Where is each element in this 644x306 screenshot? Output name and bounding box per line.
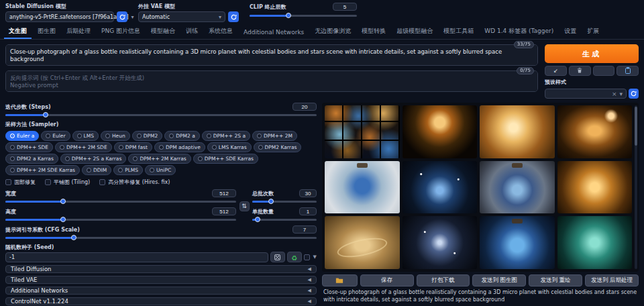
restore-faces-checkbox[interactable]: 面部修复 — [5, 178, 36, 186]
tab-system-info[interactable]: 系统信息 — [204, 24, 237, 39]
sampler-option[interactable]: DPM2 a Karras — [5, 154, 58, 164]
sampler-option[interactable]: DPM++ 2M — [252, 131, 297, 141]
batch-size-slider[interactable] — [252, 216, 317, 223]
reuse-seed-button[interactable]: ♻ — [287, 252, 302, 262]
tab-img2img[interactable]: 图生图 — [33, 24, 60, 39]
tab-extras[interactable]: 后期处理 — [62, 24, 95, 39]
steps-value[interactable] — [292, 103, 317, 111]
tab-checkpoint-merger[interactable]: 模型融合 — [146, 24, 180, 39]
tab-png-info[interactable]: PNG 图片信息 — [97, 24, 145, 39]
gallery-image[interactable] — [480, 161, 555, 214]
steps-slider[interactable] — [5, 111, 317, 118]
tab-train[interactable]: 训练 — [181, 24, 203, 39]
gallery-image[interactable] — [480, 216, 555, 269]
tab-image-browser[interactable]: 无边图像浏览 — [310, 24, 356, 39]
sampler-option[interactable]: DPM++ 2S a Karras — [60, 154, 127, 164]
model-select[interactable]: anything-v5-PrtRE.safetensors [7f96a1a9c… — [5, 11, 114, 22]
gallery-image[interactable] — [325, 161, 400, 214]
send-to-img2img-button[interactable]: 发送到 图生图 — [472, 274, 526, 287]
tab-settings[interactable]: 设置 — [559, 24, 581, 39]
gallery-image[interactable] — [557, 161, 633, 214]
scrollbar-thumb[interactable] — [635, 107, 637, 146]
gallery-image[interactable] — [402, 105, 478, 158]
paste-params-button[interactable]: ↙ — [545, 66, 567, 76]
generate-button[interactable]: 生成 — [545, 44, 639, 63]
batch-size-value[interactable] — [299, 207, 317, 215]
cfg-slider[interactable] — [5, 234, 317, 241]
cfg-value[interactable] — [292, 225, 317, 234]
gallery-image[interactable] — [325, 105, 400, 158]
accordion-tiled-diffusion[interactable]: Tiled Diffusion ◀ — [5, 265, 317, 273]
styles-select[interactable]: × ▾ — [545, 89, 627, 99]
tab-txt2img[interactable]: 文生图 — [4, 24, 32, 39]
accordion-controlnet[interactable]: ControlNet v1.1.224 ◀ — [5, 297, 317, 305]
clear-styles-icon[interactable]: × — [612, 91, 617, 97]
seed-input[interactable] — [5, 252, 268, 262]
sampler-option[interactable]: PLMS — [113, 165, 143, 175]
sampler-option[interactable]: DPM++ 2M SDE — [55, 142, 112, 152]
height-slider[interactable] — [5, 216, 236, 223]
vae-refresh-button[interactable] — [228, 11, 239, 22]
apply-style-button[interactable] — [616, 66, 639, 76]
slider-thumb[interactable] — [60, 217, 66, 222]
styles-refresh-button[interactable] — [629, 89, 639, 99]
gallery-image[interactable] — [402, 216, 478, 269]
sampler-option[interactable]: DPM++ 2S a — [202, 131, 250, 141]
sampler-option[interactable]: DPM adaptive — [154, 142, 205, 152]
tab-model-converter[interactable]: 模型转换 — [357, 24, 390, 39]
gallery-image[interactable] — [557, 105, 633, 158]
clear-prompt-button[interactable] — [569, 66, 591, 76]
open-folder-button[interactable] — [322, 274, 358, 287]
sampler-option[interactable]: DPM fast — [114, 142, 152, 152]
sampler-option[interactable]: DPM++ 2M Karras — [128, 154, 191, 164]
vae-select[interactable]: Automatic ▾ — [138, 11, 225, 22]
sampler-option[interactable]: DPM2 Karras — [254, 142, 302, 152]
sampler-option[interactable]: DPM2 a — [164, 131, 200, 141]
send-to-inpaint-button[interactable]: 发送到 重绘 — [529, 274, 582, 287]
gallery-image[interactable] — [402, 161, 478, 214]
slider-thumb[interactable] — [268, 199, 274, 204]
slider-thumb[interactable] — [60, 199, 66, 204]
sampler-option[interactable]: LMS — [72, 131, 99, 141]
tab-extensions[interactable]: 扩展 — [582, 24, 604, 39]
tab-additional-networks[interactable]: Additional Networks — [239, 26, 309, 39]
prompt-input[interactable]: Close-up photograph of a glass bottle re… — [5, 44, 538, 66]
slider-thumb[interactable] — [43, 112, 48, 117]
slider-thumb[interactable] — [286, 13, 291, 18]
save-button[interactable]: 保存 — [360, 274, 414, 287]
sampler-option[interactable]: DPM2 — [132, 131, 163, 141]
batch-count-slider[interactable] — [252, 198, 317, 205]
tab-super-merger[interactable]: 超级模型融合 — [392, 24, 437, 39]
hires-fix-checkbox[interactable]: 高分辨率修复 (Hires. fix) — [99, 178, 170, 186]
accordion-additional-networks[interactable]: Additional Networks ◀ — [5, 287, 317, 295]
clip-skip-slider[interactable] — [250, 12, 357, 19]
gallery-image[interactable] — [557, 216, 633, 269]
send-to-extras-button[interactable]: 发送到 后期处理 — [585, 274, 639, 287]
sampler-option[interactable]: DPM++ 2M SDE Karras — [5, 165, 80, 175]
zip-download-button[interactable]: 打包下载 — [417, 274, 470, 287]
tab-model-toolkit[interactable]: 模型工具箱 — [439, 24, 478, 39]
tab-wd14-tagger[interactable]: WD 1.4 标签器 (Tagger) — [480, 24, 558, 39]
width-slider[interactable] — [5, 198, 236, 205]
sampler-option[interactable]: DPM++ SDE — [5, 142, 53, 152]
sampler-option[interactable]: Euler — [41, 131, 70, 141]
sampler-option[interactable]: Euler a — [5, 131, 39, 141]
slider-thumb[interactable] — [255, 217, 260, 222]
clip-skip-value[interactable] — [333, 3, 357, 11]
tiling-checkbox[interactable]: 平铺图 (Tiling) — [45, 178, 90, 186]
slider-thumb[interactable] — [71, 235, 76, 240]
gallery-image[interactable] — [480, 105, 555, 158]
negative-prompt-input[interactable] — [5, 70, 538, 92]
sampler-option[interactable]: LMS Karras — [207, 142, 252, 152]
accordion-tiled-vae[interactable]: Tiled VAE ◀ — [5, 276, 317, 284]
extra-seed-checkbox[interactable] — [304, 254, 310, 260]
random-seed-button[interactable] — [270, 252, 285, 262]
gallery-scrollbar[interactable] — [635, 105, 637, 269]
width-value[interactable] — [212, 189, 236, 197]
gallery-image[interactable] — [325, 216, 400, 269]
batch-count-value[interactable] — [299, 189, 317, 197]
sampler-option[interactable]: DDIM — [82, 165, 111, 175]
sampler-option[interactable]: DPM++ SDE Karras — [193, 154, 258, 164]
swap-dimensions-button[interactable]: ⇅ — [239, 201, 250, 211]
height-value[interactable] — [212, 207, 236, 215]
